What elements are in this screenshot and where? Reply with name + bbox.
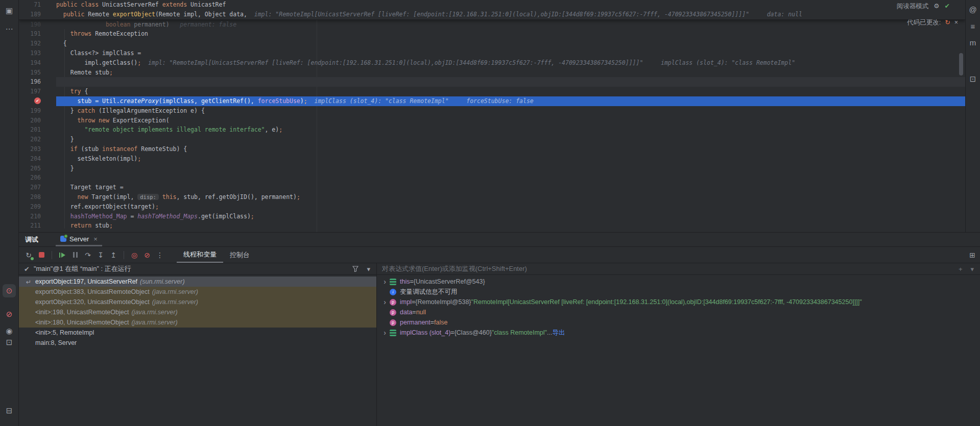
- code-line-200[interactable]: 200 throw new ExportException(: [19, 116, 965, 126]
- line-number[interactable]: 203: [19, 144, 56, 154]
- code-line-192[interactable]: 192 {: [19, 39, 965, 48]
- stack-frame[interactable]: <init>:5, RemoteImpl: [19, 328, 376, 338]
- database-icon[interactable]: ≡: [966, 19, 979, 33]
- terminal-toolwindow-icon[interactable]: ⊡: [3, 336, 16, 349]
- line-number[interactable]: 208: [19, 192, 56, 202]
- line-number[interactable]: 211: [19, 221, 56, 231]
- line-number[interactable]: 200: [19, 116, 56, 126]
- expand-chevron-icon[interactable]: ›: [381, 298, 389, 306]
- code-line-191[interactable]: 191 throws RemoteException: [19, 29, 965, 39]
- more-tools-icon[interactable]: ⋯: [3, 22, 16, 36]
- code-line-202[interactable]: 202 }: [19, 135, 965, 144]
- watch-input[interactable]: 对表达式求值(Enter)或添加监视(Ctrl+Shift+Enter) + ▾: [377, 263, 980, 275]
- more-options-icon[interactable]: ⋮: [154, 249, 165, 261]
- code-line-189[interactable]: 189 public Remote exportObject(Remote im…: [19, 10, 965, 19]
- line-number[interactable]: 197: [19, 87, 56, 96]
- variable-row[interactable]: ppermanent = false: [377, 317, 980, 328]
- code-line-190[interactable]: 190 boolean permanent) permanent: false: [19, 20, 965, 30]
- line-number[interactable]: 71: [19, 0, 56, 10]
- step-into-icon[interactable]: ↧: [95, 249, 106, 261]
- code-line-208[interactable]: 208 new Target(impl, disp: this, stub, r…: [19, 192, 965, 202]
- mute-breakpoints-icon[interactable]: ⊘: [141, 249, 153, 261]
- reader-mode-label[interactable]: 阅读器模式: [897, 2, 929, 11]
- problems-toolwindow-icon[interactable]: ⊘: [3, 308, 16, 321]
- rerun-debug-icon[interactable]: ↻: [23, 249, 34, 261]
- variable-row[interactable]: ›this = {UnicastServerRef@543}: [377, 277, 980, 287]
- line-number[interactable]: 191: [19, 29, 56, 39]
- line-number[interactable]: 199: [19, 106, 56, 116]
- reload-changes-icon[interactable]: ↻: [945, 18, 950, 28]
- line-number[interactable]: 201: [19, 125, 56, 135]
- variable-row[interactable]: ›implClass (slot_4) = {Class@460} "class…: [377, 328, 980, 338]
- tab-server-session[interactable]: Server ×: [56, 233, 102, 246]
- stack-frame[interactable]: <init>:180, UnicastRemoteObject(java.rmi…: [19, 317, 376, 328]
- code-line-209[interactable]: 209 ref.exportObject(target);: [19, 202, 965, 212]
- layout-settings-icon[interactable]: ⊞: [969, 251, 975, 259]
- maven-icon[interactable]: m: [966, 36, 979, 49]
- export-link[interactable]: 导出: [552, 329, 565, 337]
- code-line-210[interactable]: 210 hashToMethod_Map = hashToMethod_Maps…: [19, 212, 965, 221]
- stack-frame[interactable]: <init>:198, UnicastRemoteObject(java.rmi…: [19, 307, 376, 317]
- breakpoint-icon[interactable]: ✔: [19, 96, 56, 106]
- line-number[interactable]: 194: [19, 58, 56, 68]
- debug-info-row[interactable]: i变量调试信息不可用: [377, 287, 980, 297]
- expand-chevron-icon[interactable]: ›: [381, 329, 389, 337]
- editor-scrollbar-thumb[interactable]: [959, 53, 963, 76]
- variable-row[interactable]: ›pimpl = {RemoteImpl@538} "RemoteImpl[Un…: [377, 297, 980, 307]
- thread-dropdown-chevron-icon[interactable]: ▾: [367, 265, 370, 273]
- step-out-icon[interactable]: ↥: [108, 249, 119, 261]
- thread-selector[interactable]: ✔ "main"@1 在组 “main” : 正在运行 ▾: [19, 263, 376, 275]
- line-number[interactable]: 196: [19, 77, 56, 87]
- expand-chevron-icon[interactable]: ›: [381, 278, 389, 286]
- close-session-icon[interactable]: ×: [93, 235, 98, 243]
- code-line-203[interactable]: 203 if (stub instanceof RemoteStub) {: [19, 144, 965, 154]
- code-line-197[interactable]: 197 try {: [19, 87, 965, 96]
- line-number[interactable]: 207: [19, 183, 56, 192]
- code-line-193[interactable]: 193 Class<?> implClass =: [19, 48, 965, 58]
- view-breakpoints-icon[interactable]: ◎: [129, 249, 140, 261]
- code-line-212[interactable]: 212 }: [19, 231, 965, 232]
- code-line-196[interactable]: 196: [19, 77, 965, 87]
- line-number[interactable]: 209: [19, 202, 56, 212]
- line-number[interactable]: 192: [19, 39, 56, 48]
- resume-icon[interactable]: [57, 249, 68, 261]
- close-notification-icon[interactable]: ×: [954, 18, 958, 28]
- code-line-71[interactable]: 71public class UnicastServerRef extends …: [19, 0, 965, 10]
- debug-view-tab-console[interactable]: 控制台: [223, 247, 256, 263]
- pause-icon[interactable]: [69, 249, 81, 261]
- line-number[interactable]: 193: [19, 48, 56, 58]
- code-line-195[interactable]: 195 Remote stub;: [19, 68, 965, 78]
- code-line-204[interactable]: 204 setSkeleton(impl);: [19, 154, 965, 164]
- filter-frames-icon[interactable]: [352, 266, 358, 272]
- line-number[interactable]: 205: [19, 164, 56, 173]
- add-watch-icon[interactable]: +: [959, 265, 963, 273]
- code-line-207[interactable]: 207 Target target =: [19, 183, 965, 192]
- code-line-211[interactable]: 211 return stub;: [19, 221, 965, 231]
- code-line-194[interactable]: 194 impl.getClass(); impl: "RemoteImpl[U…: [19, 58, 965, 68]
- line-number[interactable]: 204: [19, 154, 56, 164]
- code-line-205[interactable]: 205 }: [19, 164, 965, 173]
- watch-options-chevron-icon[interactable]: ▾: [970, 265, 974, 273]
- stack-frame[interactable]: exportObject:320, UnicastRemoteObject(ja…: [19, 297, 376, 307]
- variable-row[interactable]: pdata = null: [377, 307, 980, 317]
- code-line-206[interactable]: 206: [19, 173, 965, 183]
- step-over-icon[interactable]: ↷: [82, 249, 93, 261]
- inspections-ok-icon[interactable]: ✔: [945, 2, 950, 11]
- code-editor[interactable]: 71public class UnicastServerRef extends …: [19, 0, 965, 232]
- line-number[interactable]: 189: [19, 10, 56, 19]
- line-number[interactable]: 212: [19, 231, 56, 232]
- code-line-201[interactable]: 201 "remote object implements illegal re…: [19, 125, 965, 135]
- stack-frame[interactable]: main:8, Server: [19, 338, 376, 348]
- stop-icon[interactable]: [36, 249, 47, 261]
- code-line-199[interactable]: 199 } catch (IllegalArgumentException e)…: [19, 106, 965, 116]
- line-number[interactable]: 202: [19, 135, 56, 144]
- code-line-198[interactable]: ✔ stub = Util.createProxy(implClass, get…: [19, 96, 965, 106]
- editor-settings-icon[interactable]: ⚙: [934, 2, 939, 11]
- debug-toolwindow-icon[interactable]: ⊙: [3, 284, 16, 297]
- structure-icon[interactable]: ▣: [3, 4, 16, 17]
- line-number[interactable]: 190: [19, 20, 56, 30]
- line-number[interactable]: 206: [19, 173, 56, 183]
- bottom-toolwindow-icon[interactable]: ⊟: [3, 404, 16, 417]
- plugin-icon[interactable]: ⊡: [966, 72, 979, 86]
- debug-view-tab-threads[interactable]: 线程和变量: [177, 247, 223, 263]
